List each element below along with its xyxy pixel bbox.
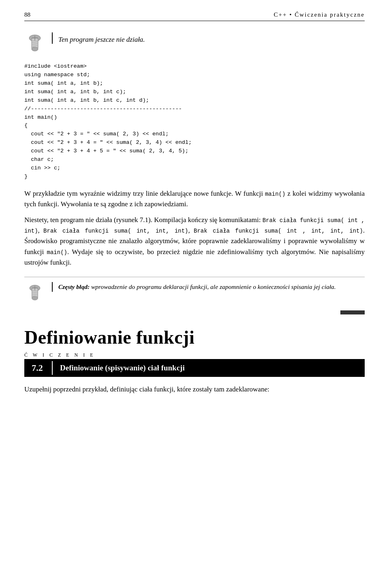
- alert-box: Ten program jeszcze nie działa.: [24, 32, 365, 53]
- inline-code-main2: main(): [47, 249, 67, 256]
- decorative-line: [340, 310, 365, 314]
- alert-text: Ten program jeszcze nie działa.: [52, 32, 145, 44]
- svg-point-11: [32, 297, 38, 300]
- inline-code-main: main(): [265, 191, 285, 197]
- svg-point-2: [32, 47, 38, 51]
- book-title: C++ • Ćwiczenia praktyczne: [274, 11, 365, 18]
- paragraph-1: W przykładzie tym wyraźnie widzimy trzy …: [24, 188, 365, 210]
- code-block: #include <iostream> using namespace std;…: [24, 62, 365, 181]
- alert-icon: [24, 32, 45, 53]
- note-box: Częsty błąd: wprowadzenie do programu de…: [24, 277, 365, 303]
- exercise-label: Ć W I C Z E N I E: [24, 352, 365, 358]
- exercise-number: 7.2: [24, 361, 53, 375]
- inline-code-err2: Brak ciała funkcji suma( int, int, int): [43, 228, 188, 234]
- note-text: Częsty błąd: wprowadzenie do programu de…: [52, 282, 336, 291]
- intro-text: Uzupełnij poprzedni przykład, definiując…: [24, 384, 365, 395]
- page-number: 88: [24, 11, 30, 18]
- note-body: wprowadzenie do programu deklaracji funk…: [90, 283, 336, 290]
- section-heading: Definiowanie funkcji: [24, 327, 365, 348]
- page-header: 88 C++ • Ćwiczenia praktyczne: [24, 11, 365, 21]
- note-icon: [24, 282, 45, 303]
- exercise-bar: 7.2 Definiowanie (spisywanie) ciał funkc…: [24, 359, 365, 377]
- exercise-title: Definiowanie (spisywanie) ciał funkcji: [53, 362, 192, 374]
- paragraph-2: Niestety, ten program nie działa (rysune…: [24, 215, 365, 268]
- inline-code-err3: Brak ciała funkcji suma( int , int, int,…: [194, 228, 363, 234]
- page: 88 C++ • Ćwiczenia praktyczne Ten progra…: [0, 0, 389, 588]
- note-bold: Częsty błąd:: [58, 283, 90, 290]
